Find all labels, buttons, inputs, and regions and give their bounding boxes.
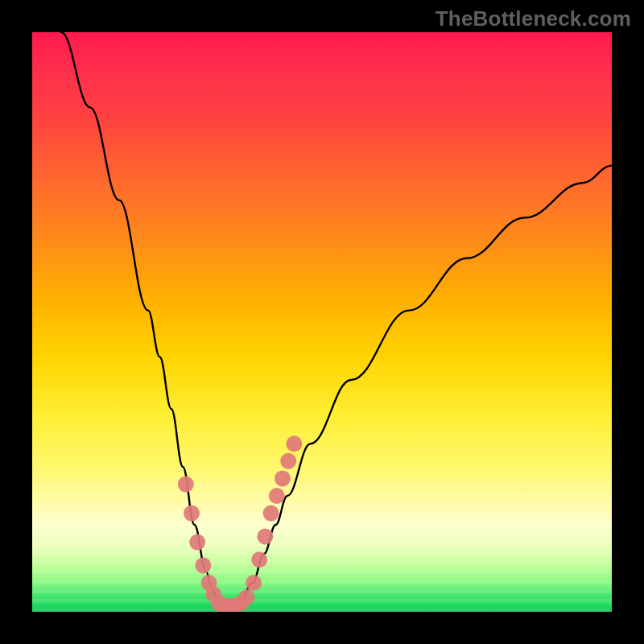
chart-frame: TheBottleneck.com	[0, 0, 644, 644]
highlight-dot	[246, 575, 262, 591]
bottleneck-curve	[61, 32, 612, 606]
highlight-dot	[178, 477, 194, 493]
highlight-dot	[275, 470, 291, 486]
highlight-dot	[189, 535, 205, 551]
watermark-text: TheBottleneck.com	[436, 6, 631, 31]
highlight-dot	[269, 488, 285, 504]
highlight-dot	[286, 436, 302, 452]
highlight-dot	[257, 528, 273, 544]
highlight-dot	[184, 506, 200, 522]
highlight-dot	[280, 453, 296, 469]
highlight-dots	[178, 436, 303, 612]
highlight-dot	[263, 506, 279, 522]
bottleneck-curve-svg	[32, 32, 612, 612]
plot-area	[32, 32, 612, 612]
highlight-dot	[238, 589, 254, 605]
highlight-dot	[251, 551, 267, 568]
highlight-dot	[195, 557, 211, 573]
